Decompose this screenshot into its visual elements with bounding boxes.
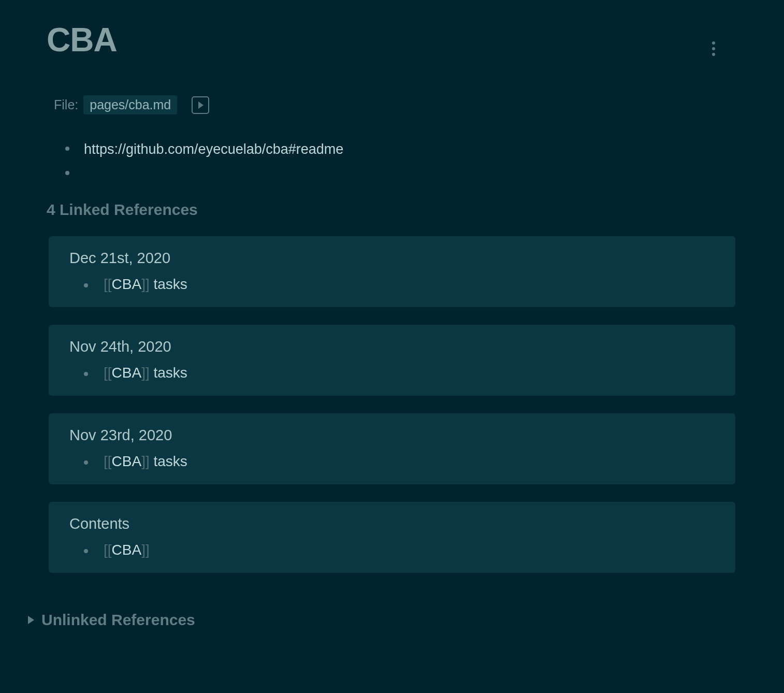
- reference-suffix: tasks: [150, 365, 187, 381]
- play-button[interactable]: [192, 96, 209, 114]
- chevron-right-icon: [28, 616, 34, 624]
- bracket-open: [[: [104, 453, 112, 469]
- reference-suffix: tasks: [150, 276, 187, 292]
- bracket-open: [[: [104, 365, 112, 381]
- file-path[interactable]: pages/cba.md: [83, 95, 177, 114]
- file-info-row: File: pages/cba.md: [54, 95, 737, 114]
- reference-bullet[interactable]: [[CBA]]: [84, 542, 715, 558]
- reference-title[interactable]: Contents: [69, 515, 715, 532]
- reference-card[interactable]: Nov 23rd, 2020 [[CBA]] tasks: [49, 413, 735, 484]
- page-title: CBA: [47, 21, 117, 59]
- bracket-open: [[: [104, 542, 112, 558]
- more-menu-button[interactable]: [704, 39, 723, 58]
- page-link[interactable]: CBA: [112, 453, 142, 469]
- reference-title[interactable]: Dec 21st, 2020: [69, 250, 715, 267]
- file-label: File:: [54, 97, 78, 112]
- reference-card[interactable]: Nov 24th, 2020 [[CBA]] tasks: [49, 325, 735, 396]
- ellipsis-vertical-icon: [712, 41, 715, 56]
- reference-card[interactable]: Dec 21st, 2020 [[CBA]] tasks: [49, 236, 735, 307]
- reference-title[interactable]: Nov 23rd, 2020: [69, 427, 715, 444]
- bracket-close: ]]: [141, 542, 150, 558]
- content-bullet[interactable]: https://github.com/eyecuelab/cba#readme: [65, 137, 737, 162]
- page-link[interactable]: CBA: [112, 542, 142, 558]
- bracket-close: ]]: [141, 453, 150, 469]
- reference-suffix: tasks: [150, 453, 187, 469]
- unlinked-references-label: Unlinked References: [41, 611, 195, 629]
- reference-card[interactable]: Contents [[CBA]]: [49, 502, 735, 573]
- page-content-list: https://github.com/eyecuelab/cba#readme: [65, 137, 737, 162]
- page-link[interactable]: CBA: [112, 276, 142, 292]
- reference-bullet[interactable]: [[CBA]] tasks: [84, 453, 715, 470]
- unlinked-references-toggle[interactable]: Unlinked References: [28, 611, 737, 629]
- reference-title[interactable]: Nov 24th, 2020: [69, 338, 715, 355]
- reference-bullet[interactable]: [[CBA]] tasks: [84, 365, 715, 381]
- bracket-open: [[: [104, 276, 112, 292]
- page-link[interactable]: CBA: [112, 365, 142, 381]
- linked-references-heading[interactable]: 4 Linked References: [47, 201, 737, 219]
- reference-bullet[interactable]: [[CBA]] tasks: [84, 276, 715, 293]
- bracket-close: ]]: [141, 365, 150, 381]
- play-icon: [198, 102, 204, 109]
- bracket-close: ]]: [141, 276, 150, 292]
